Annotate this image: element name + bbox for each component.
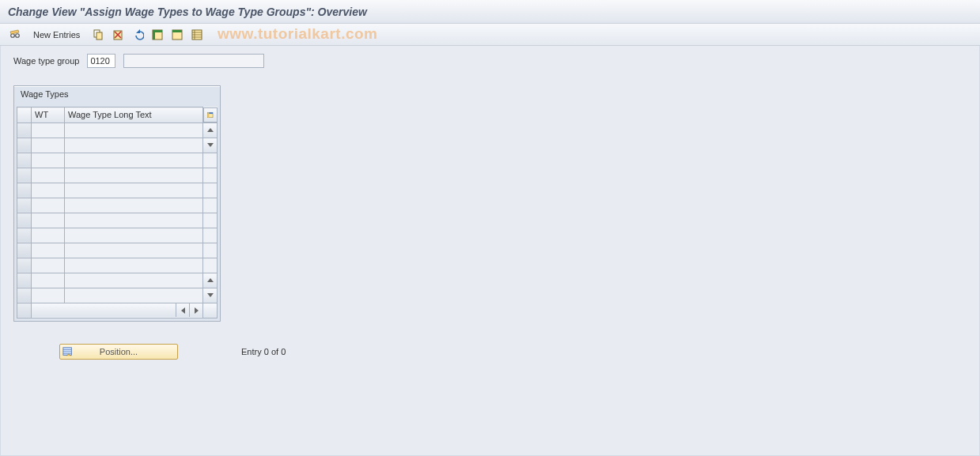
cell-wt[interactable] bbox=[32, 288, 65, 303]
select-block-icon bbox=[171, 28, 184, 41]
svg-point-0 bbox=[11, 33, 15, 37]
cell-long-text[interactable] bbox=[65, 122, 203, 138]
page-title: Change View "Assign Wage Types to Wage T… bbox=[8, 6, 367, 18]
svg-point-1 bbox=[16, 33, 20, 37]
select-all-button[interactable] bbox=[149, 27, 166, 43]
new-entries-button[interactable]: New Entries bbox=[26, 27, 87, 43]
vertical-scrollbar-track[interactable] bbox=[203, 153, 217, 168]
vertical-scrollbar-track[interactable] bbox=[203, 168, 217, 183]
triangle-up-icon bbox=[207, 128, 214, 132]
triangle-right-icon bbox=[195, 307, 199, 314]
vertical-scrollbar-track[interactable] bbox=[203, 183, 217, 198]
svg-rect-9 bbox=[172, 30, 182, 32]
vertical-scrollbar-track[interactable] bbox=[203, 228, 217, 243]
position-button[interactable]: Position... bbox=[59, 344, 178, 360]
position-button-label: Position... bbox=[100, 347, 138, 356]
cell-long-text[interactable] bbox=[65, 183, 203, 198]
cell-wt[interactable] bbox=[32, 258, 65, 273]
row-selector[interactable] bbox=[17, 213, 32, 228]
row-selector[interactable] bbox=[17, 138, 32, 153]
triangle-left-icon bbox=[181, 307, 185, 314]
copy-icon bbox=[92, 28, 104, 41]
cell-long-text[interactable] bbox=[65, 273, 203, 288]
delete-icon bbox=[112, 28, 124, 41]
deselect-all-button[interactable] bbox=[188, 27, 206, 43]
cell-long-text[interactable] bbox=[65, 198, 203, 213]
wage-type-group-desc-field[interactable] bbox=[123, 54, 264, 68]
row-selector[interactable] bbox=[17, 122, 32, 138]
pencil-glasses-icon bbox=[9, 28, 21, 41]
deselect-all-icon bbox=[191, 28, 203, 41]
row-selector-header[interactable] bbox=[17, 107, 32, 123]
vertical-scrollbar-track[interactable] bbox=[203, 213, 217, 228]
application-toolbar: New Entries bbox=[0, 24, 980, 46]
cell-long-text[interactable] bbox=[65, 138, 203, 153]
scroll-down-bottom-button[interactable] bbox=[203, 288, 217, 303]
column-header-long-text[interactable]: Wage Type Long Text bbox=[65, 107, 203, 123]
svg-rect-6 bbox=[153, 30, 162, 32]
title-bar: Change View "Assign Wage Types to Wage T… bbox=[0, 0, 980, 24]
cell-long-text[interactable] bbox=[65, 243, 203, 258]
row-selector[interactable] bbox=[17, 273, 32, 288]
watermark-text: www.tutorialkart.com bbox=[218, 25, 378, 43]
row-selector[interactable] bbox=[17, 288, 32, 303]
cell-long-text[interactable] bbox=[65, 168, 203, 183]
svg-rect-7 bbox=[153, 32, 155, 40]
cell-wt[interactable] bbox=[32, 122, 65, 138]
row-selector[interactable] bbox=[17, 183, 32, 198]
row-selector[interactable] bbox=[17, 243, 32, 258]
cell-wt[interactable] bbox=[32, 168, 65, 183]
svg-rect-13 bbox=[207, 112, 209, 118]
vertical-scrollbar-track[interactable] bbox=[203, 258, 217, 273]
column-header-wt[interactable]: WT bbox=[32, 107, 65, 123]
select-all-icon bbox=[151, 28, 164, 41]
delete-button[interactable] bbox=[109, 27, 127, 43]
wage-type-group-row: Wage type group 0120 bbox=[13, 54, 967, 68]
scrollbar-corner bbox=[203, 303, 217, 318]
scroll-up-bottom-button[interactable] bbox=[203, 273, 217, 288]
cell-wt[interactable] bbox=[32, 183, 65, 198]
vertical-scrollbar-track[interactable] bbox=[203, 243, 217, 258]
cell-wt[interactable] bbox=[32, 243, 65, 258]
cell-wt[interactable] bbox=[32, 213, 65, 228]
content-area: Wage type group 0120 Wage Types WT Wage … bbox=[0, 46, 980, 456]
triangle-down-icon bbox=[207, 143, 214, 147]
scroll-right-button[interactable] bbox=[189, 303, 202, 317]
row-selector[interactable] bbox=[17, 153, 32, 168]
cell-long-text[interactable] bbox=[65, 213, 203, 228]
position-icon bbox=[62, 346, 74, 357]
toggle-change-display-button[interactable] bbox=[6, 27, 24, 43]
hscroll-corner bbox=[17, 303, 32, 318]
cell-wt[interactable] bbox=[32, 228, 65, 243]
vertical-scrollbar-track[interactable] bbox=[203, 198, 217, 213]
configure-columns-button[interactable] bbox=[203, 107, 218, 122]
row-selector[interactable] bbox=[17, 258, 32, 273]
table-settings-icon bbox=[207, 110, 214, 120]
cell-long-text[interactable] bbox=[65, 258, 203, 273]
wage-types-group: Wage Types WT Wage Type Long Text bbox=[13, 85, 221, 322]
wage-type-group-label: Wage type group bbox=[13, 56, 79, 66]
cell-wt[interactable] bbox=[32, 198, 65, 213]
scroll-left-button[interactable] bbox=[176, 303, 189, 317]
undo-change-button[interactable] bbox=[129, 27, 146, 43]
wage-types-table: WT Wage Type Long Text bbox=[17, 107, 218, 318]
cell-wt[interactable] bbox=[32, 273, 65, 288]
copy-as-button[interactable] bbox=[89, 27, 107, 43]
row-selector[interactable] bbox=[17, 198, 32, 213]
entry-counter: Entry 0 of 0 bbox=[241, 347, 286, 356]
scroll-down-button[interactable] bbox=[203, 138, 217, 153]
horizontal-scrollbar[interactable] bbox=[32, 303, 202, 317]
row-selector[interactable] bbox=[17, 168, 32, 183]
svg-rect-3 bbox=[96, 32, 102, 40]
cell-long-text[interactable] bbox=[65, 288, 203, 303]
cell-wt[interactable] bbox=[32, 138, 65, 153]
scroll-up-button[interactable] bbox=[203, 123, 217, 138]
cell-wt[interactable] bbox=[32, 153, 65, 168]
wage-type-group-code-field[interactable]: 0120 bbox=[87, 54, 115, 68]
cell-long-text[interactable] bbox=[65, 228, 203, 243]
triangle-down-icon bbox=[207, 293, 214, 297]
group-title: Wage Types bbox=[14, 86, 220, 107]
cell-long-text[interactable] bbox=[65, 153, 203, 168]
row-selector[interactable] bbox=[17, 228, 32, 243]
select-block-button[interactable] bbox=[168, 27, 186, 43]
